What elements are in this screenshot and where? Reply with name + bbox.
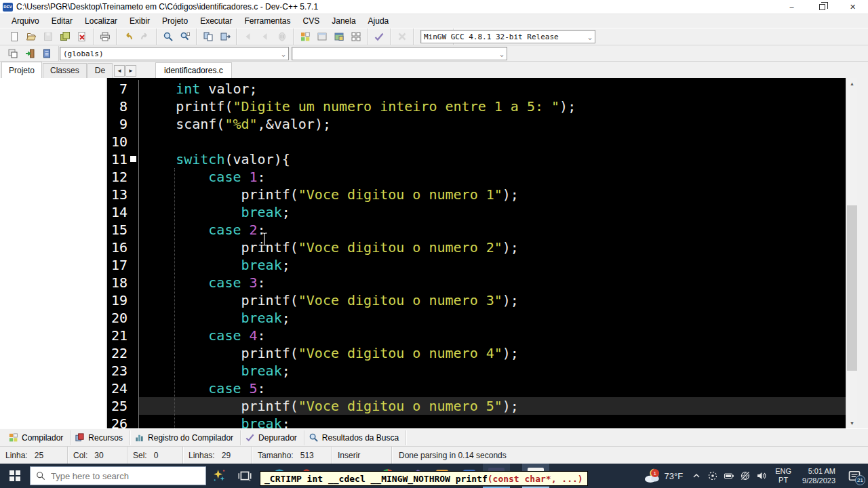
line-gutter[interactable]: 26 (107, 415, 139, 428)
project-browser-panel[interactable] (0, 78, 106, 428)
line-gutter[interactable]: 18 (107, 274, 139, 291)
weather-widget[interactable]: 1 73°F (637, 467, 689, 485)
tray-chevron-up[interactable] (688, 464, 705, 488)
line-gutter[interactable]: 11 (107, 150, 139, 168)
fold-column[interactable] (130, 415, 138, 428)
fold-column[interactable] (130, 203, 138, 221)
fold-column[interactable] (130, 186, 138, 203)
line-gutter[interactable]: 15 (107, 221, 139, 239)
start-button[interactable] (0, 464, 30, 488)
fold-column[interactable] (130, 221, 138, 239)
line-gutter[interactable]: 8 (107, 98, 139, 115)
fold-column[interactable] (130, 327, 138, 344)
toolbar-button-header-source[interactable] (216, 29, 233, 44)
minimize-button[interactable]: – (776, 0, 807, 14)
fold-column[interactable] (130, 150, 138, 168)
fold-column[interactable] (130, 133, 138, 150)
line-gutter[interactable]: 17 (107, 256, 139, 274)
line-gutter[interactable]: 24 (107, 380, 139, 397)
menu-item-arquivo[interactable]: Arquivo (5, 15, 45, 27)
tray-status-circle[interactable] (705, 464, 721, 488)
toolbar-button-compile-run[interactable] (330, 29, 347, 44)
line-gutter[interactable]: 16 (107, 239, 139, 256)
menu-item-exibir[interactable]: Exibir (123, 15, 156, 27)
panel-tab-de[interactable]: De (87, 63, 113, 78)
report-tab-recursos[interactable]: Recursos (71, 430, 130, 445)
fold-column[interactable] (130, 239, 138, 256)
toolbar-button-print[interactable] (96, 29, 113, 44)
panel-tab-projeto[interactable]: Projeto (1, 62, 42, 78)
tab-scroll-left-button[interactable]: ◄ (114, 65, 125, 77)
language-switcher[interactable]: ENGPT (770, 467, 797, 485)
fold-column[interactable] (130, 256, 138, 274)
menu-item-cvs[interactable]: CVS (297, 15, 326, 27)
toolbar-button-compile[interactable] (296, 29, 313, 44)
fold-column[interactable] (130, 380, 138, 397)
line-gutter[interactable]: 19 (107, 291, 139, 309)
toolbar-button-save-all[interactable] (56, 29, 73, 44)
report-tab-depurador[interactable]: Depurador (241, 430, 304, 445)
tab-scroll-right-button[interactable]: ► (125, 65, 136, 77)
menu-item-ferramentas[interactable]: Ferramentas (238, 15, 296, 27)
report-tab-compilador[interactable]: Compilador (4, 430, 71, 445)
tray-globe-no-internet[interactable] (737, 464, 753, 488)
fold-column[interactable] (130, 344, 138, 362)
toolbar-button-rebuild[interactable] (347, 29, 364, 44)
fold-column[interactable] (130, 362, 138, 380)
line-gutter[interactable]: 23 (107, 362, 139, 380)
members-select[interactable]: ⌄ (292, 47, 507, 60)
toolbar-button-open-file[interactable] (22, 29, 39, 44)
menu-item-editar[interactable]: Editar (45, 15, 79, 27)
search-input[interactable] (51, 471, 186, 481)
cortana-button[interactable] (206, 464, 232, 488)
toolbar-button-exit-door[interactable] (21, 46, 38, 61)
globals-select[interactable]: (globals) ⌄ (60, 47, 289, 60)
toolbar-button-run[interactable] (313, 29, 330, 44)
line-gutter[interactable]: 9 (107, 115, 139, 133)
tray-battery[interactable] (721, 464, 737, 488)
fold-column[interactable] (130, 80, 138, 98)
vertical-scrollbar[interactable]: ▲ ▼ (846, 78, 857, 428)
restore-button[interactable] (807, 0, 837, 14)
scrollbar-thumb[interactable] (847, 205, 857, 371)
toolbar-button-new-file[interactable] (5, 29, 22, 44)
menu-item-projeto[interactable]: Projeto (156, 15, 194, 27)
fold-column[interactable] (130, 115, 138, 133)
line-gutter[interactable]: 21 (107, 327, 139, 344)
code-editor[interactable]: 7 int valor;8 printf("Digite um numero i… (107, 78, 846, 428)
task-view-button[interactable] (232, 464, 258, 488)
menu-item-ajuda[interactable]: Ajuda (362, 15, 395, 27)
tray-volume[interactable] (753, 464, 770, 488)
report-tab-registro-do-compilador[interactable]: Registro do Compilador (130, 430, 241, 445)
fold-column[interactable] (130, 397, 138, 415)
fold-column[interactable] (130, 291, 138, 309)
compiler-select[interactable]: MinGW GCC 4.8.1 32-bit Release ⌄ (420, 30, 595, 43)
line-gutter[interactable]: 20 (107, 309, 139, 327)
close-button[interactable]: ✕ (837, 0, 868, 14)
line-gutter[interactable]: 22 (107, 344, 139, 362)
fold-column[interactable] (130, 168, 138, 186)
taskbar-search[interactable] (30, 466, 206, 485)
scroll-down-button[interactable]: ▼ (846, 418, 858, 428)
line-gutter[interactable]: 7 (107, 80, 139, 98)
line-gutter[interactable]: 10 (107, 133, 139, 150)
menu-item-localizar[interactable]: Localizar (79, 15, 123, 27)
toolbar-button-syntax-check[interactable] (370, 29, 387, 44)
notification-center-button[interactable]: 21 (841, 464, 868, 488)
toolbar-button-undo[interactable] (119, 29, 136, 44)
toolbar-button-close-file[interactable] (73, 29, 90, 44)
taskbar-clock[interactable]: 5:01 AM 9/28/2023 (797, 466, 841, 485)
toolbar-button-find[interactable] (159, 29, 176, 44)
line-gutter[interactable]: 25 (107, 397, 139, 415)
toolbar-button-undock[interactable] (4, 46, 21, 61)
line-gutter[interactable]: 14 (107, 203, 139, 221)
fold-column[interactable] (130, 274, 138, 291)
toolbar-button-replace[interactable] (199, 29, 216, 44)
fold-column[interactable] (130, 98, 138, 115)
menu-item-executar[interactable]: Executar (194, 15, 238, 27)
toolbar-button-report[interactable] (38, 46, 55, 61)
fold-column[interactable] (130, 309, 138, 327)
menu-item-janela[interactable]: Janela (326, 15, 361, 27)
toolbar-button-find-in-files[interactable] (176, 29, 193, 44)
scroll-up-button[interactable]: ▲ (846, 78, 858, 89)
